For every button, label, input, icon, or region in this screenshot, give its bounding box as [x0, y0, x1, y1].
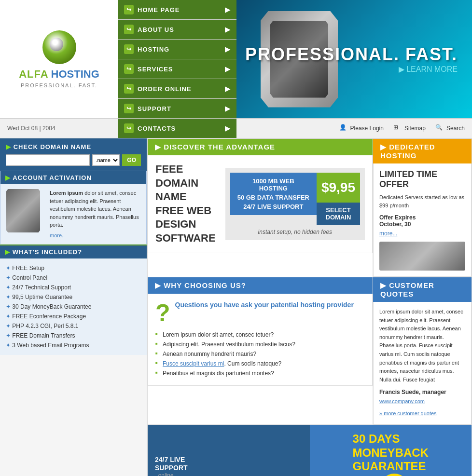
support-banner-text: 24/7 LIVE SUPPORT [155, 456, 303, 472]
quotes-company-link[interactable]: www.company.com [379, 398, 425, 404]
login-link[interactable]: 👤 Please Login [339, 124, 384, 133]
dedicated-header: DEDICATED HOSTING [373, 139, 472, 163]
quotes-text: Lorem ipsum dolor sit amet, consec tetue… [379, 309, 463, 382]
domain-input[interactable] [6, 154, 90, 166]
main-nav: ↪ HOME PAGE ▶ ↪ ABOUT US ▶ ↪ HOSTING ▶ [118, 0, 236, 118]
list-item: 30 Day MoneyBack Guarantee [6, 302, 141, 312]
why-question: ? Questions you have ask your patential … [155, 301, 365, 325]
discover-text: FEEE DOMAIN NAME FREE WEB DESIGN SOFTWAR… [155, 163, 216, 245]
login-label: Please Login [350, 125, 384, 132]
quotes-header: CUSTOMER QUOTES [373, 277, 472, 302]
nav-label-order: ORDER ONLINE [138, 85, 192, 93]
list-item: Fusce suscipit varius mi. Cum sociis nat… [155, 359, 365, 368]
bottom-sections: WHY CHOOSING US? ? Questions you have as… [147, 277, 472, 425]
support-banner: 24/7 LIVE SUPPORT _online [148, 425, 310, 476]
nav-label-contacts: CONTACTS [138, 125, 176, 132]
topbar-links: 👤 Please Login ⊞ Sitemap 🔍 Search [339, 124, 465, 133]
quotes-title: CUSTOMER QUOTES [380, 281, 464, 298]
activation-bold: Lorem ipsum [50, 190, 83, 196]
discover-headline2: FREE WEB DESIGN SOFTWARE [155, 204, 216, 245]
dedicated-offer-text: Dedicated Servers started as low as $99 … [379, 193, 465, 209]
activation-text: Lorem ipsum dolor sit amet, consec tetue… [50, 189, 140, 239]
nav-chevron-icon: ▶ [225, 105, 231, 112]
activation-content: Lorem ipsum dolor sit amet, consec tetue… [6, 189, 140, 239]
banner-headline: PROFESSIONAL. FAST. [245, 44, 458, 65]
main-content: CHECK DOMAIN NAME .name .com .net .org G… [0, 138, 472, 476]
dedicated-section: DEDICATED HOSTING LIMITED TIME OFFER Ded… [373, 139, 472, 277]
pricing-feature-3: 24/7 LIVE SUPPORT [237, 202, 309, 211]
dedicated-more-link[interactable]: more... [379, 230, 397, 237]
question-mark-icon: ? [155, 301, 170, 325]
nav-arrow-icon: ↪ [124, 44, 134, 54]
pricing-right: 1000 MB WEB HOSTING 50 GB DATA TRANSFER … [230, 173, 360, 225]
nav-item-support[interactable]: ↪ SUPPORT ▶ [118, 99, 236, 119]
nav-item-order[interactable]: ↪ ORDER ONLINE ▶ [118, 79, 236, 99]
list-item: Control Panel [6, 273, 141, 283]
why-title: WHY CHOOSING US? [155, 281, 365, 290]
list-item: Lorem ipsum dolor sit amet, consec tetue… [155, 330, 365, 340]
more-quotes-link[interactable]: more customer quotes [379, 410, 437, 416]
list-item: Adipiscing elit. Praesent vestibulum mol… [155, 340, 365, 349]
nav-item-home[interactable]: ↪ HOME PAGE ▶ [118, 0, 236, 20]
logo-tagline: PROFESSIONAL. FAST. [21, 82, 97, 88]
included-title: WHAT'S INCLUDED? [0, 245, 147, 258]
list-item: 24/7 Technical Support [6, 283, 141, 292]
nav-arrow-icon: ↪ [124, 84, 134, 94]
activation-image [6, 189, 45, 239]
hero-banner: PROFESSIONAL. FAST. LEARN MORE [236, 0, 472, 118]
pricing-block: 1000 MB WEB HOSTING 50 GB DATA TRANSFER … [225, 168, 365, 240]
dedicated-body: LIMITED TIME OFFER Dedicated Servers sta… [373, 163, 472, 277]
select-domain-button[interactable]: SELECT DOMAIN [317, 203, 360, 225]
domain-form: .name .com .net .org GO [6, 154, 141, 166]
nav-chevron-icon: ▶ [225, 45, 231, 53]
nav-arrow-icon: ↪ [124, 123, 134, 133]
included-list: FREE Setup Control Panel 24/7 Technical … [6, 263, 141, 350]
why-list: Lorem ipsum dolor sit amet, consec tetue… [155, 330, 365, 378]
domain-go-button[interactable]: GO [122, 154, 141, 166]
dedicated-offer-title: LIMITED TIME OFFER [379, 169, 465, 190]
quotes-author: Francis Suede, manager [379, 388, 465, 397]
nav-item-hosting[interactable]: ↪ HOSTING ▶ [118, 40, 236, 59]
why-question-title: Questions you have ask your patential ho… [175, 301, 354, 309]
banners-row: 24/7 LIVE SUPPORT _online 30 DAYS MONEYB… [148, 425, 472, 476]
pricing-price: $9,95 [317, 173, 360, 203]
quotes-body: Lorem ipsum dolor sit amet, consec tetue… [373, 302, 472, 424]
discover-body: FEEE DOMAIN NAME FREE WEB DESIGN SOFTWAR… [148, 155, 373, 253]
sitemap-link[interactable]: ⊞ Sitemap [393, 124, 426, 133]
discover-header: DISCOVER THE ADVANTAGE [148, 139, 373, 155]
logo-area: ALFA HOSTING PROFESSIONAL. FAST. [0, 0, 118, 118]
discover-title: DISCOVER THE ADVANTAGE [155, 143, 365, 151]
moneyback-banner: 30 DAYS MONEYBACK GUARANTEE $ [310, 425, 472, 476]
sitemap-icon: ⊞ [393, 124, 402, 133]
banner-text: PROFESSIONAL. FAST. LEARN MORE [245, 44, 458, 74]
nav-label-about: ABOUT US [138, 26, 174, 33]
search-link[interactable]: 🔍 Search [435, 124, 465, 133]
list-item: 99,5 Uptime Guarantee [6, 292, 141, 302]
list-item: FREE Setup [6, 263, 141, 273]
activation-more-link[interactable]: more.. [50, 231, 140, 240]
why-header: WHY CHOOSING US? [148, 277, 373, 294]
nav-item-contacts[interactable]: ↪ CONTACTS ▶ [118, 119, 236, 138]
content-area: DISCOVER THE ADVANTAGE FEEE DOMAIN NAME … [147, 138, 472, 476]
dedicated-expires: Offer Expires October, 30 [379, 214, 465, 228]
logo-hosting: HOSTING [51, 68, 99, 81]
domain-tld-select[interactable]: .name .com .net .org [92, 154, 120, 166]
learn-more-link[interactable]: LEARN MORE [245, 65, 458, 74]
nav-chevron-icon: ▶ [225, 85, 231, 93]
topbar-date: Wed Oct 08 | 2004 [7, 125, 56, 132]
moneyback-text: 30 DAYS MONEYBACK GUARANTEE [353, 432, 429, 474]
nav-item-services[interactable]: ↪ SERVICES ▶ [118, 59, 236, 79]
nav-arrow-icon: ↪ [124, 25, 134, 34]
list-item: 3 Web based Email Programs [6, 340, 141, 350]
why-link[interactable]: Fusce suscipit varius mi [163, 360, 224, 367]
list-item: PHP 4.2.3 CGI, Perl 5.8.1 [6, 321, 141, 331]
nav-label-home: HOME PAGE [138, 6, 180, 14]
discover-headline1: FEEE DOMAIN NAME [155, 163, 216, 204]
list-item: Penatibus et magnis dis parturient monte… [155, 368, 365, 378]
sitemap-label: Sitemap [404, 125, 426, 132]
list-item: FREE Domain Transfers [6, 331, 141, 340]
nav-arrow-icon: ↪ [124, 64, 134, 74]
nav-item-about[interactable]: ↪ ABOUT US ▶ [118, 20, 236, 40]
why-section: WHY CHOOSING US? ? Questions you have as… [148, 277, 373, 424]
computer-icon [6, 189, 40, 232]
